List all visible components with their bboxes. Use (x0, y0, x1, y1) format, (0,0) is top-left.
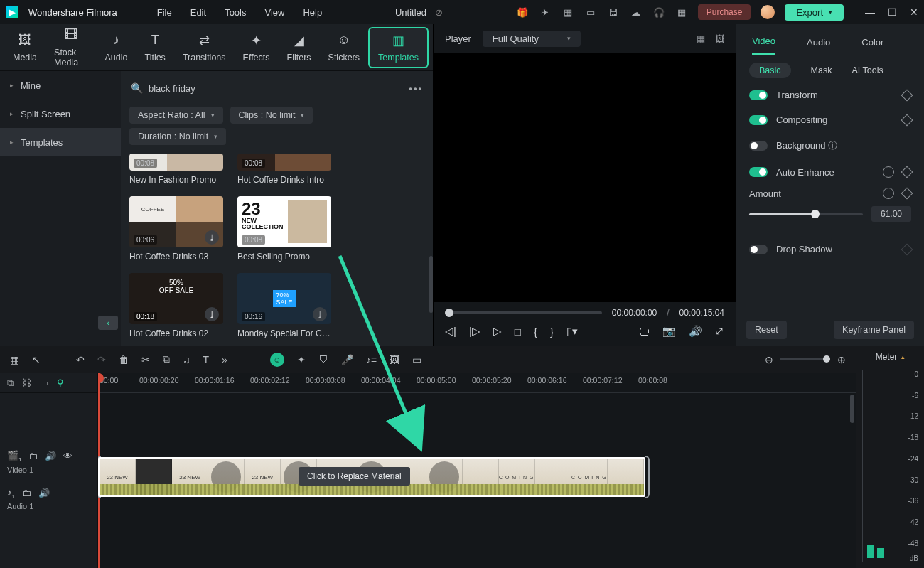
menu-view[interactable]: View (264, 7, 284, 18)
tab-audio[interactable]: ♪Audio (96, 28, 136, 67)
template-card[interactable]: COFFEE00:06⭳ Hot Coffee Drinks 03 (129, 196, 223, 262)
apps-icon[interactable]: ▦ (675, 6, 688, 18)
prop-transform[interactable]: Transform (736, 82, 924, 107)
export-button[interactable]: Export ▾ (785, 4, 844, 21)
menu-tools[interactable]: Tools (225, 7, 246, 18)
redo-icon[interactable]: ↷ (97, 354, 106, 365)
collapse-sidebar-button[interactable]: ‹ (98, 316, 118, 330)
music-icon[interactable]: ♫ (183, 354, 190, 365)
mute-icon[interactable]: 🔊 (45, 451, 56, 461)
keyframe-icon[interactable] (901, 89, 913, 101)
sparkle-icon[interactable]: ✦ (297, 354, 306, 365)
tab-templates[interactable]: ▥Templates (368, 27, 429, 68)
purchase-button[interactable]: Purchase (698, 4, 751, 20)
zoom-out-icon[interactable]: ⊖ (765, 354, 773, 365)
menu-edit[interactable]: Edit (190, 7, 206, 18)
tab-transitions[interactable]: ⇄Transitions (174, 28, 235, 67)
zoom-in-icon[interactable]: ⊕ (837, 354, 846, 365)
template-card[interactable]: 50%OFF SALE00:18⭳ Hot Coffee Drinks 02 (129, 273, 223, 338)
sidebar-item-templates[interactable]: ▸Templates (0, 128, 121, 156)
step-back-button[interactable]: |▷ (469, 325, 480, 338)
keyframe-icon[interactable] (901, 243, 913, 255)
snapshot-icon[interactable]: 🖼 (715, 33, 724, 44)
volume-icon[interactable]: 🔊 (689, 325, 702, 338)
picture-icon[interactable]: 🖼 (390, 354, 399, 365)
download-icon[interactable]: ⭳ (205, 307, 219, 321)
track-list-icon[interactable]: ▭ (40, 377, 48, 388)
tab-stock-media[interactable]: 🎞Stock Media (45, 23, 96, 72)
keyframe-icon[interactable] (901, 188, 913, 200)
mark-out-icon[interactable]: } (550, 326, 554, 338)
inspector-tab-video[interactable]: Video (752, 36, 775, 55)
tab-filters[interactable]: ◢Filters (279, 28, 320, 67)
headphones-icon[interactable]: 🎧 (652, 6, 665, 18)
subtab-mask[interactable]: Mask (811, 65, 832, 75)
screen-icon[interactable]: ▭ (584, 6, 597, 18)
toggle-auto-enhance[interactable] (749, 167, 768, 177)
camera-icon[interactable]: 📷 (662, 325, 676, 338)
info-icon[interactable]: ⓘ (828, 140, 837, 151)
prop-drop-shadow[interactable]: Drop Shadow (736, 237, 924, 262)
template-card[interactable]: 23NEWCOLLECTION00:08 Best Selling Promo (237, 196, 331, 262)
shield-icon[interactable]: ⛉ (318, 354, 328, 365)
tab-effects[interactable]: ✦Effects (235, 28, 279, 67)
tab-media[interactable]: 🖼Media (4, 28, 45, 67)
template-card[interactable]: 00:08 New In Fashion Promo (129, 154, 223, 185)
quality-select[interactable]: Full Quality ▾ (483, 31, 581, 47)
visibility-icon[interactable]: 👁 (63, 451, 72, 461)
folder-icon[interactable]: 🗀 (22, 488, 31, 498)
more-icon[interactable]: » (222, 354, 227, 365)
ai-icon[interactable]: ☺ (270, 353, 284, 367)
toggle-compositing[interactable] (749, 115, 768, 125)
play-button[interactable]: ▷ (493, 325, 502, 338)
stop-button[interactable]: □ (515, 326, 521, 338)
beat-icon[interactable]: ♪≡ (366, 354, 377, 365)
amount-slider[interactable] (749, 213, 863, 215)
grid-view-icon[interactable]: ▦ (697, 33, 705, 44)
more-options-icon[interactable]: ••• (409, 83, 423, 94)
document-title[interactable]: Untitled (395, 7, 426, 18)
save-icon[interactable]: 🖫 (607, 6, 620, 18)
menu-file[interactable]: File (157, 7, 172, 18)
search-input[interactable] (149, 83, 403, 94)
reset-icon[interactable] (883, 188, 894, 199)
toggle-transform[interactable] (749, 90, 768, 100)
seek-bar[interactable] (445, 311, 602, 314)
marker-dropdown[interactable]: ▯▾ (566, 325, 578, 338)
template-card[interactable]: 00:08 Hot Coffee Drinks Intro (237, 154, 331, 185)
mark-in-icon[interactable]: { (534, 326, 537, 338)
track-magnet-icon[interactable]: ⚲ (57, 377, 64, 388)
inspector-tab-color[interactable]: Color (861, 37, 883, 55)
keyframe-panel-button[interactable]: Keyframe Panel (834, 321, 914, 339)
filter-duration[interactable]: Duration : No limit▾ (129, 128, 226, 145)
zoom-slider[interactable] (780, 358, 830, 360)
fullscreen-icon[interactable]: ⤢ (715, 325, 724, 338)
preview-canvas[interactable] (434, 53, 736, 302)
text-icon[interactable]: T (203, 354, 210, 365)
prop-compositing[interactable]: Compositing (736, 107, 924, 132)
cursor-icon[interactable]: ↖ (32, 354, 41, 365)
download-icon[interactable]: ⭳ (205, 230, 219, 245)
layout-icon[interactable]: ▦ (10, 354, 19, 365)
avatar[interactable] (761, 5, 775, 19)
toggle-drop-shadow[interactable] (749, 245, 768, 254)
cloud-sync-icon[interactable]: ⊘ (435, 7, 443, 18)
filter-clips[interactable]: Clips : No limit▾ (230, 107, 313, 124)
keyframe-icon[interactable] (901, 166, 913, 178)
device-icon[interactable]: ▦ (562, 6, 574, 18)
sidebar-item-split-screen[interactable]: ▸Split Screen (0, 100, 121, 128)
cut-icon[interactable]: ✂ (141, 354, 150, 365)
minimize-icon[interactable]: — (865, 6, 875, 18)
inspector-tab-audio[interactable]: Audio (807, 37, 830, 55)
toggle-background[interactable] (749, 141, 768, 151)
crop-icon[interactable]: ⧉ (163, 353, 170, 365)
caption-icon[interactable]: ▭ (412, 354, 421, 365)
keyframe-icon[interactable] (901, 114, 913, 126)
menu-help[interactable]: Help (303, 7, 322, 18)
close-icon[interactable]: ✕ (910, 6, 918, 18)
subtab-basic[interactable]: Basic (749, 63, 791, 78)
caret-up-icon[interactable]: ▴ (901, 353, 905, 360)
sidebar-item-mine[interactable]: ▸Mine (0, 71, 121, 100)
replace-material-hint[interactable]: Click to Replace Material (299, 467, 410, 486)
mute-icon[interactable]: 🔊 (38, 488, 50, 498)
